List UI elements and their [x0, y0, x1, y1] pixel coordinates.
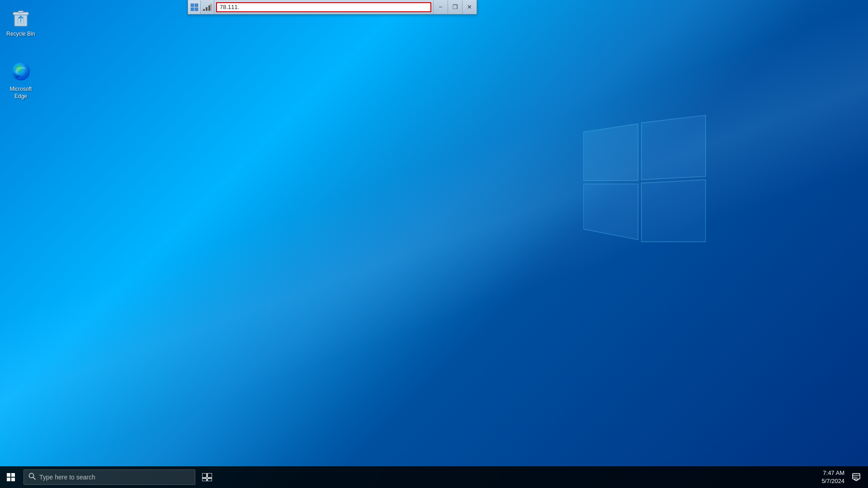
desktop: Recycle Bin: [0, 0, 868, 488]
edge-label: Microsoft Edge: [5, 86, 37, 100]
svg-rect-26: [208, 473, 212, 478]
popup-window: 78.111. − ❐ ✕: [188, 0, 477, 14]
search-placeholder: Type here to search: [39, 474, 95, 481]
task-view-button[interactable]: [197, 466, 217, 488]
signal-icon: [201, 0, 214, 14]
edge-image: [9, 61, 33, 84]
popup-app-icon: [188, 0, 201, 14]
svg-rect-13: [191, 8, 194, 11]
search-box[interactable]: Type here to search: [24, 469, 195, 485]
svg-marker-0: [583, 124, 638, 181]
address-text: 78.111.: [220, 4, 239, 10]
svg-rect-21: [7, 478, 10, 481]
tray-clock[interactable]: 7:47 AM 5/7/2024: [818, 469, 848, 485]
svg-rect-14: [195, 8, 198, 11]
taskbar: Type here to search 7:47 AM 5/7/2024: [0, 466, 868, 488]
svg-rect-22: [11, 478, 15, 481]
system-tray: 7:47 AM 5/7/2024: [814, 466, 868, 488]
svg-marker-1: [642, 115, 706, 180]
restore-button[interactable]: ❐: [448, 0, 462, 14]
svg-rect-28: [208, 479, 212, 481]
start-button[interactable]: [0, 466, 22, 488]
svg-line-24: [33, 478, 36, 480]
windows-logo-decoration: [583, 113, 710, 244]
tray-date: 5/7/2024: [821, 477, 844, 485]
search-icon: [28, 473, 36, 482]
svg-rect-17: [208, 5, 210, 11]
recycle-bin-image: [9, 5, 33, 29]
close-button[interactable]: ✕: [462, 0, 476, 14]
svg-rect-15: [203, 9, 205, 11]
svg-line-33: [856, 479, 859, 481]
svg-line-32: [854, 479, 856, 481]
minimize-button[interactable]: −: [433, 0, 448, 14]
window-controls: − ❐ ✕: [433, 0, 476, 14]
svg-rect-12: [195, 4, 198, 7]
svg-rect-27: [202, 479, 207, 481]
svg-marker-2: [583, 184, 638, 239]
microsoft-edge-icon[interactable]: Microsoft Edge: [3, 59, 39, 102]
tray-time: 7:47 AM: [823, 469, 844, 477]
recycle-bin-icon[interactable]: Recycle Bin: [3, 4, 39, 40]
address-bar[interactable]: 78.111.: [216, 2, 431, 12]
svg-rect-18: [210, 4, 212, 11]
svg-rect-19: [7, 473, 10, 477]
svg-rect-29: [853, 474, 860, 479]
recycle-bin-label: Recycle Bin: [6, 31, 35, 38]
svg-rect-11: [191, 4, 194, 7]
notification-center-button[interactable]: [848, 466, 864, 488]
svg-rect-16: [206, 7, 208, 11]
svg-rect-25: [202, 473, 207, 478]
svg-marker-3: [642, 180, 706, 242]
svg-rect-6: [18, 11, 24, 13]
svg-rect-20: [11, 473, 15, 477]
